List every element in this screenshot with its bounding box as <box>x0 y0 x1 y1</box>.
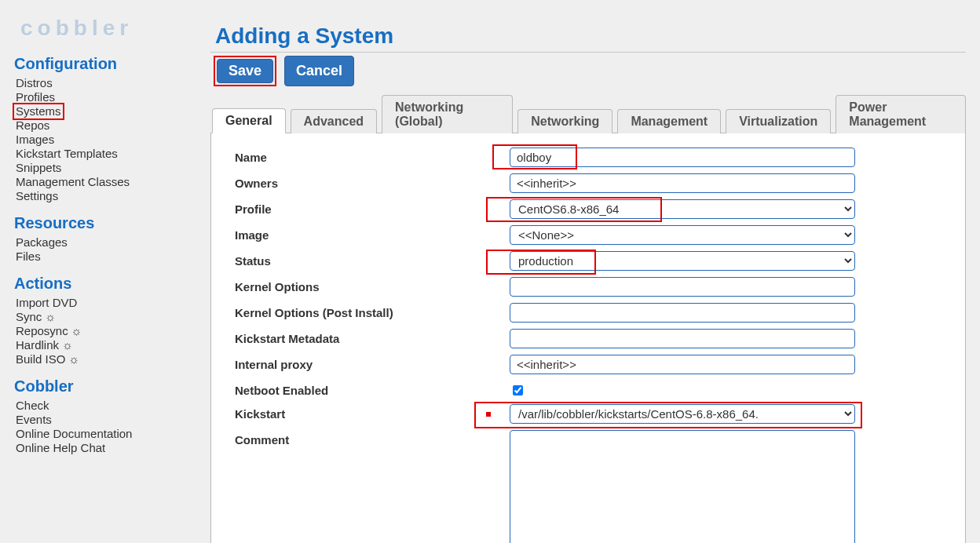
nav-heading-configuration: Configuration <box>14 55 210 73</box>
sidebar-item-files[interactable]: Files <box>14 250 210 264</box>
kickstart-select[interactable]: /var/lib/cobbler/kickstarts/CentOS-6.8-x… <box>510 404 855 424</box>
sidebar-item-distros[interactable]: Distros <box>14 76 210 90</box>
tab-advanced[interactable]: Advanced <box>291 109 377 133</box>
kernel-options-post-input[interactable] <box>510 303 855 323</box>
sidebar-item-events[interactable]: Events <box>14 413 210 427</box>
divider <box>210 52 966 53</box>
sidebar-item-settings[interactable]: Settings <box>14 189 210 203</box>
tab-virtualization[interactable]: Virtualization <box>726 109 831 133</box>
sidebar-item-repos[interactable]: Repos <box>14 118 210 133</box>
status-select[interactable]: production <box>510 251 855 271</box>
tab-panel-general: Name Owners Profile CentOS6.8-x86_64 <box>210 133 966 543</box>
sidebar-item-online-help-chat[interactable]: Online Help Chat <box>14 441 210 455</box>
main: Adding a System Save Cancel General Adva… <box>210 0 966 543</box>
profile-select[interactable]: CentOS6.8-x86_64 <box>510 199 855 219</box>
sidebar-item-online-documentation[interactable]: Online Documentation <box>14 427 210 441</box>
tab-management[interactable]: Management <box>617 109 721 133</box>
page-title: Adding a System <box>215 24 966 49</box>
save-button[interactable]: Save <box>217 59 273 83</box>
sidebar-item-packages[interactable]: Packages <box>14 235 210 250</box>
label-status: Status <box>235 251 510 268</box>
nav-heading-actions: Actions <box>14 275 210 293</box>
nav-heading-cobbler: Cobbler <box>14 377 210 395</box>
sidebar-item-check[interactable]: Check <box>14 399 210 413</box>
sidebar-item-systems[interactable]: Systems <box>14 104 210 118</box>
kernel-options-input[interactable] <box>510 277 855 297</box>
label-internal-proxy: Internal proxy <box>235 355 510 371</box>
label-kickstart: Kickstart <box>235 404 510 421</box>
label-kernel-options-post: Kernel Options (Post Install) <box>235 303 510 319</box>
tab-networking[interactable]: Networking <box>517 109 612 133</box>
tab-general[interactable]: General <box>212 108 286 133</box>
owners-input[interactable] <box>510 173 855 193</box>
sidebar-item-sync[interactable]: Sync ☼ <box>14 310 210 324</box>
sidebar-item-management-classes[interactable]: Management Classes <box>14 175 210 189</box>
sidebar-item-profiles[interactable]: Profiles <box>14 90 210 104</box>
netboot-enabled-checkbox[interactable] <box>513 385 523 395</box>
sidebar-item-import-dvd[interactable]: Import DVD <box>14 296 210 310</box>
label-profile: Profile <box>235 199 510 216</box>
tabs: General Advanced Networking (Global) Net… <box>210 94 966 133</box>
name-input[interactable] <box>510 148 855 167</box>
label-kernel-options: Kernel Options <box>235 277 510 293</box>
kickstart-metadata-input[interactable] <box>510 329 855 348</box>
cancel-button[interactable]: Cancel <box>284 56 354 86</box>
comment-textarea[interactable] <box>510 430 855 543</box>
label-netboot-enabled: Netboot Enabled <box>235 381 510 397</box>
label-comment: Comment <box>235 430 510 446</box>
logo: cobbler <box>14 16 210 44</box>
marker-icon <box>486 412 491 417</box>
sidebar-item-kickstart-templates[interactable]: Kickstart Templates <box>14 147 210 161</box>
label-kickstart-metadata: Kickstart Metadata <box>235 329 510 345</box>
sidebar: cobbler Configuration Distros Profiles S… <box>14 0 210 455</box>
image-select[interactable]: <<None>> <box>510 225 855 245</box>
sidebar-item-images[interactable]: Images <box>14 133 210 147</box>
sidebar-item-build-iso[interactable]: Build ISO ☼ <box>14 352 210 366</box>
sidebar-item-snippets[interactable]: Snippets <box>14 161 210 175</box>
sidebar-item-hardlink[interactable]: Hardlink ☼ <box>14 338 210 352</box>
internal-proxy-input[interactable] <box>510 355 855 374</box>
nav-heading-resources: Resources <box>14 214 210 232</box>
tab-power-management[interactable]: Power Management <box>836 95 966 133</box>
sidebar-item-reposync[interactable]: Reposync ☼ <box>14 324 210 338</box>
tab-networking-global[interactable]: Networking (Global) <box>382 95 513 133</box>
label-owners: Owners <box>235 173 510 190</box>
label-name: Name <box>235 148 510 164</box>
label-image: Image <box>235 225 510 242</box>
